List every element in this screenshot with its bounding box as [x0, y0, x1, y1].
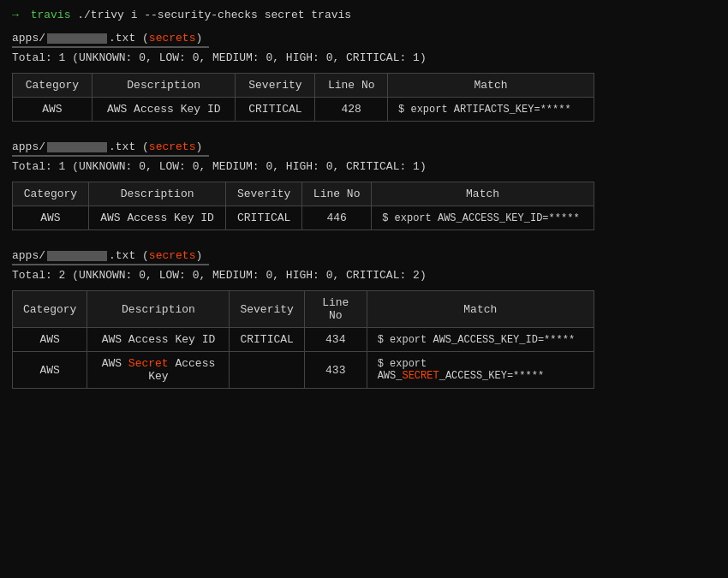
total-line-3: Total: 2 (UNKNOWN: 0, LOW: 0, MEDIUM: 0,… [12, 269, 716, 282]
td-lineno: 433 [304, 352, 367, 389]
td-lineno: 446 [302, 206, 372, 230]
th-lineno-3: Line No [304, 291, 367, 328]
td-lineno: 428 [315, 98, 388, 122]
filepath-suffix-3: .txt [109, 249, 135, 262]
filepath-suffix-1: .txt [109, 32, 135, 45]
table-row: AWS AWS Access Key ID CRITICAL 446 $ exp… [13, 206, 594, 230]
command-line: → travis ./trivy i --security-checks sec… [12, 9, 716, 21]
th-lineno-1: Line No [315, 74, 388, 98]
command-user [24, 9, 31, 21]
td-match: $ export AWS_ACCESS_KEY_ID=***** [372, 206, 594, 230]
arrow-icon: → [12, 9, 19, 21]
filepath-2: apps/.txt (secrets) [12, 140, 716, 153]
section-1: apps/.txt (secrets) Total: 1 (UNKNOWN: 0… [12, 32, 716, 122]
table-1: Category Description Severity Line No Ma… [12, 73, 594, 122]
redacted-bar-1 [47, 33, 107, 44]
th-category-2: Category [13, 182, 89, 206]
td-category: AWS [13, 206, 89, 230]
th-severity-2: Severity [226, 182, 302, 206]
divider-2 [12, 155, 209, 157]
secrets-badge-3: secrets [149, 249, 196, 262]
th-severity-1: Severity [236, 74, 315, 98]
secret-match-highlight: SECRET [402, 370, 439, 382]
filepath-prefix-2: apps/ [12, 140, 45, 153]
th-match-3: Match [367, 291, 594, 328]
th-description-1: Description [92, 74, 236, 98]
td-description: AWS Access Key ID [88, 206, 225, 230]
td-match: $ export ARTIFACTS_KEY=***** [388, 98, 594, 122]
td-severity: CRITICAL [226, 206, 302, 230]
section-3: apps/.txt (secrets) Total: 2 (UNKNOWN: 0… [12, 249, 716, 389]
table-row: AWS AWS Secret Access Key 433 $ export A… [13, 352, 594, 389]
th-category-1: Category [13, 74, 92, 98]
command-text: travis ./trivy i --security-checks secre… [31, 9, 351, 21]
td-severity [230, 352, 304, 389]
table-row: AWS AWS Access Key ID CRITICAL 434 $ exp… [13, 328, 594, 352]
td-description: AWS Access Key ID [87, 328, 230, 352]
secret-highlight: Secret [128, 357, 169, 370]
command-full: ./trivy i --security-checks secret travi… [77, 9, 351, 21]
filepath-prefix-1: apps/ [12, 32, 45, 45]
th-severity-3: Severity [230, 291, 304, 328]
table-row: AWS AWS Access Key ID CRITICAL 428 $ exp… [13, 98, 594, 122]
th-lineno-2: Line No [302, 182, 372, 206]
td-description: AWS Access Key ID [92, 98, 236, 122]
total-line-1: Total: 1 (UNKNOWN: 0, LOW: 0, MEDIUM: 0,… [12, 51, 716, 64]
terminal-container: → travis ./trivy i --security-checks sec… [12, 9, 716, 389]
redacted-bar-3 [47, 251, 107, 261]
th-match-2: Match [372, 182, 594, 206]
td-category: AWS [13, 352, 87, 389]
filepath-3: apps/.txt (secrets) [12, 249, 716, 262]
filepath-suffix-2: .txt [109, 140, 135, 153]
filepath-prefix-3: apps/ [12, 249, 45, 262]
td-lineno: 434 [304, 328, 367, 352]
td-match: $ export AWS_ACCESS_KEY_ID=***** [367, 328, 594, 352]
secrets-badge-2: secrets [149, 140, 196, 153]
section-2: apps/.txt (secrets) Total: 1 (UNKNOWN: 0… [12, 140, 716, 230]
th-category-3: Category [13, 291, 87, 328]
td-severity: CRITICAL [236, 98, 315, 122]
total-line-2: Total: 1 (UNKNOWN: 0, LOW: 0, MEDIUM: 0,… [12, 160, 716, 173]
command-user-label: travis [31, 9, 71, 21]
td-severity: CRITICAL [230, 328, 304, 352]
redacted-bar-2 [47, 142, 107, 152]
td-description-highlighted: AWS Secret Access Key [87, 352, 230, 389]
td-category: AWS [13, 98, 92, 122]
filepath-1: apps/.txt (secrets) [12, 32, 716, 45]
table-2: Category Description Severity Line No Ma… [12, 182, 594, 230]
table-3: Category Description Severity Line No Ma… [12, 290, 594, 389]
td-match-highlighted: $ export AWS_SECRET_ACCESS_KEY=***** [367, 352, 594, 389]
th-match-1: Match [388, 74, 594, 98]
divider-3 [12, 264, 209, 265]
th-description-2: Description [88, 182, 225, 206]
divider-1 [12, 46, 209, 48]
th-description-3: Description [87, 291, 230, 328]
td-category: AWS [13, 328, 87, 352]
secrets-badge-1: secrets [149, 32, 196, 45]
